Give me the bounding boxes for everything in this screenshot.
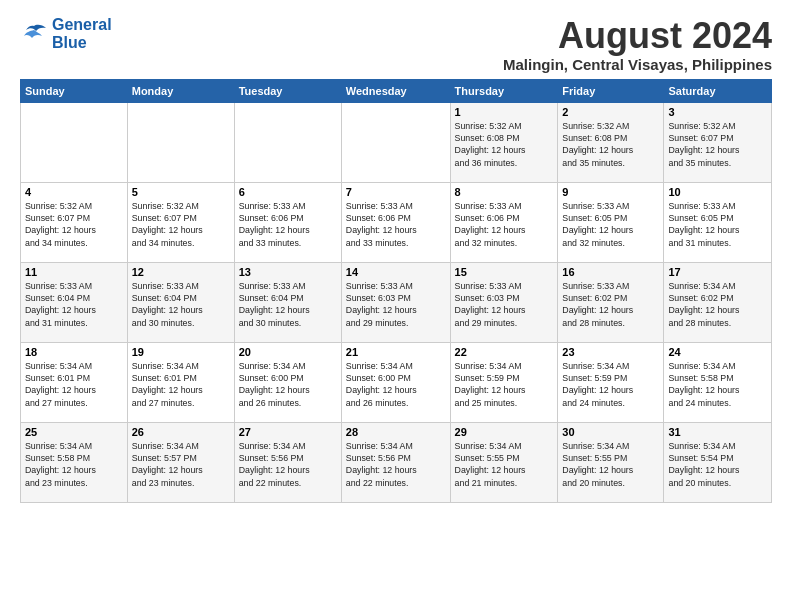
day-cell: 4Sunrise: 5:32 AM Sunset: 6:07 PM Daylig…: [21, 182, 128, 262]
day-number: 1: [455, 106, 554, 118]
page: General Blue August 2024 Malingin, Centr…: [0, 0, 792, 513]
col-tuesday: Tuesday: [234, 79, 341, 102]
day-number: 24: [668, 346, 767, 358]
day-cell: 28Sunrise: 5:34 AM Sunset: 5:56 PM Dayli…: [341, 422, 450, 502]
day-info: Sunrise: 5:34 AM Sunset: 5:59 PM Dayligh…: [562, 360, 659, 409]
week-row-3: 11Sunrise: 5:33 AM Sunset: 6:04 PM Dayli…: [21, 262, 772, 342]
header: General Blue August 2024 Malingin, Centr…: [20, 16, 772, 73]
day-info: Sunrise: 5:34 AM Sunset: 6:01 PM Dayligh…: [25, 360, 123, 409]
day-info: Sunrise: 5:33 AM Sunset: 6:06 PM Dayligh…: [346, 200, 446, 249]
day-cell: [234, 102, 341, 182]
day-info: Sunrise: 5:33 AM Sunset: 6:03 PM Dayligh…: [455, 280, 554, 329]
day-info: Sunrise: 5:32 AM Sunset: 6:07 PM Dayligh…: [668, 120, 767, 169]
day-cell: 19Sunrise: 5:34 AM Sunset: 6:01 PM Dayli…: [127, 342, 234, 422]
day-info: Sunrise: 5:34 AM Sunset: 5:56 PM Dayligh…: [346, 440, 446, 489]
week-row-4: 18Sunrise: 5:34 AM Sunset: 6:01 PM Dayli…: [21, 342, 772, 422]
week-row-5: 25Sunrise: 5:34 AM Sunset: 5:58 PM Dayli…: [21, 422, 772, 502]
day-info: Sunrise: 5:34 AM Sunset: 5:58 PM Dayligh…: [668, 360, 767, 409]
day-cell: 22Sunrise: 5:34 AM Sunset: 5:59 PM Dayli…: [450, 342, 558, 422]
calendar-title: August 2024: [503, 16, 772, 56]
day-cell: 9Sunrise: 5:33 AM Sunset: 6:05 PM Daylig…: [558, 182, 664, 262]
day-cell: [21, 102, 128, 182]
day-info: Sunrise: 5:33 AM Sunset: 6:04 PM Dayligh…: [239, 280, 337, 329]
day-cell: 18Sunrise: 5:34 AM Sunset: 6:01 PM Dayli…: [21, 342, 128, 422]
day-info: Sunrise: 5:33 AM Sunset: 6:06 PM Dayligh…: [239, 200, 337, 249]
day-number: 16: [562, 266, 659, 278]
day-number: 30: [562, 426, 659, 438]
day-cell: 2Sunrise: 5:32 AM Sunset: 6:08 PM Daylig…: [558, 102, 664, 182]
day-number: 5: [132, 186, 230, 198]
day-number: 17: [668, 266, 767, 278]
day-info: Sunrise: 5:33 AM Sunset: 6:05 PM Dayligh…: [562, 200, 659, 249]
day-number: 2: [562, 106, 659, 118]
col-wednesday: Wednesday: [341, 79, 450, 102]
day-cell: 6Sunrise: 5:33 AM Sunset: 6:06 PM Daylig…: [234, 182, 341, 262]
day-cell: 25Sunrise: 5:34 AM Sunset: 5:58 PM Dayli…: [21, 422, 128, 502]
day-number: 19: [132, 346, 230, 358]
day-cell: 20Sunrise: 5:34 AM Sunset: 6:00 PM Dayli…: [234, 342, 341, 422]
day-cell: [127, 102, 234, 182]
day-info: Sunrise: 5:34 AM Sunset: 5:57 PM Dayligh…: [132, 440, 230, 489]
day-cell: 31Sunrise: 5:34 AM Sunset: 5:54 PM Dayli…: [664, 422, 772, 502]
day-cell: 11Sunrise: 5:33 AM Sunset: 6:04 PM Dayli…: [21, 262, 128, 342]
day-number: 11: [25, 266, 123, 278]
day-info: Sunrise: 5:33 AM Sunset: 6:04 PM Dayligh…: [25, 280, 123, 329]
calendar-subtitle: Malingin, Central Visayas, Philippines: [503, 56, 772, 73]
day-cell: 8Sunrise: 5:33 AM Sunset: 6:06 PM Daylig…: [450, 182, 558, 262]
day-cell: 26Sunrise: 5:34 AM Sunset: 5:57 PM Dayli…: [127, 422, 234, 502]
day-number: 8: [455, 186, 554, 198]
day-number: 23: [562, 346, 659, 358]
day-info: Sunrise: 5:33 AM Sunset: 6:05 PM Dayligh…: [668, 200, 767, 249]
day-cell: [341, 102, 450, 182]
day-cell: 1Sunrise: 5:32 AM Sunset: 6:08 PM Daylig…: [450, 102, 558, 182]
day-info: Sunrise: 5:33 AM Sunset: 6:06 PM Dayligh…: [455, 200, 554, 249]
day-number: 31: [668, 426, 767, 438]
day-info: Sunrise: 5:34 AM Sunset: 5:55 PM Dayligh…: [455, 440, 554, 489]
day-number: 27: [239, 426, 337, 438]
day-cell: 24Sunrise: 5:34 AM Sunset: 5:58 PM Dayli…: [664, 342, 772, 422]
day-cell: 14Sunrise: 5:33 AM Sunset: 6:03 PM Dayli…: [341, 262, 450, 342]
day-cell: 30Sunrise: 5:34 AM Sunset: 5:55 PM Dayli…: [558, 422, 664, 502]
col-friday: Friday: [558, 79, 664, 102]
day-number: 20: [239, 346, 337, 358]
day-info: Sunrise: 5:33 AM Sunset: 6:04 PM Dayligh…: [132, 280, 230, 329]
day-number: 9: [562, 186, 659, 198]
day-number: 10: [668, 186, 767, 198]
logo-text: General Blue: [52, 16, 112, 51]
day-cell: 3Sunrise: 5:32 AM Sunset: 6:07 PM Daylig…: [664, 102, 772, 182]
col-thursday: Thursday: [450, 79, 558, 102]
day-cell: 15Sunrise: 5:33 AM Sunset: 6:03 PM Dayli…: [450, 262, 558, 342]
day-info: Sunrise: 5:32 AM Sunset: 6:08 PM Dayligh…: [455, 120, 554, 169]
col-saturday: Saturday: [664, 79, 772, 102]
day-info: Sunrise: 5:34 AM Sunset: 5:55 PM Dayligh…: [562, 440, 659, 489]
day-info: Sunrise: 5:34 AM Sunset: 5:54 PM Dayligh…: [668, 440, 767, 489]
day-number: 28: [346, 426, 446, 438]
logo: General Blue: [20, 16, 112, 51]
day-info: Sunrise: 5:34 AM Sunset: 6:00 PM Dayligh…: [239, 360, 337, 409]
day-number: 12: [132, 266, 230, 278]
day-number: 21: [346, 346, 446, 358]
day-info: Sunrise: 5:34 AM Sunset: 6:01 PM Dayligh…: [132, 360, 230, 409]
day-number: 7: [346, 186, 446, 198]
day-info: Sunrise: 5:34 AM Sunset: 5:59 PM Dayligh…: [455, 360, 554, 409]
day-number: 15: [455, 266, 554, 278]
day-number: 29: [455, 426, 554, 438]
day-cell: 5Sunrise: 5:32 AM Sunset: 6:07 PM Daylig…: [127, 182, 234, 262]
day-cell: 27Sunrise: 5:34 AM Sunset: 5:56 PM Dayli…: [234, 422, 341, 502]
day-number: 18: [25, 346, 123, 358]
day-cell: 23Sunrise: 5:34 AM Sunset: 5:59 PM Dayli…: [558, 342, 664, 422]
day-cell: 29Sunrise: 5:34 AM Sunset: 5:55 PM Dayli…: [450, 422, 558, 502]
day-number: 4: [25, 186, 123, 198]
logo-icon: [20, 22, 48, 46]
day-info: Sunrise: 5:34 AM Sunset: 6:00 PM Dayligh…: [346, 360, 446, 409]
title-block: August 2024 Malingin, Central Visayas, P…: [503, 16, 772, 73]
day-info: Sunrise: 5:34 AM Sunset: 6:02 PM Dayligh…: [668, 280, 767, 329]
calendar-table: Sunday Monday Tuesday Wednesday Thursday…: [20, 79, 772, 503]
day-number: 14: [346, 266, 446, 278]
day-info: Sunrise: 5:33 AM Sunset: 6:02 PM Dayligh…: [562, 280, 659, 329]
day-number: 3: [668, 106, 767, 118]
day-number: 25: [25, 426, 123, 438]
day-cell: 21Sunrise: 5:34 AM Sunset: 6:00 PM Dayli…: [341, 342, 450, 422]
header-row: Sunday Monday Tuesday Wednesday Thursday…: [21, 79, 772, 102]
day-cell: 13Sunrise: 5:33 AM Sunset: 6:04 PM Dayli…: [234, 262, 341, 342]
